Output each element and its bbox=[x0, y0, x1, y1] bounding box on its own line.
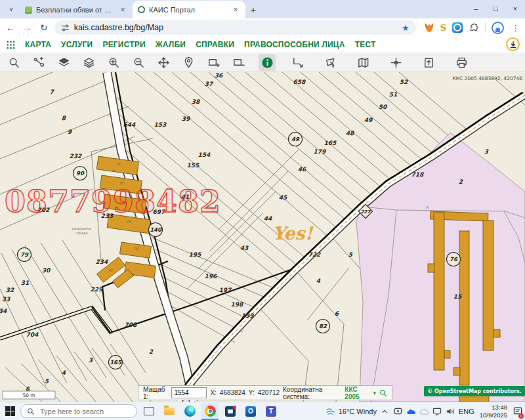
site-settings-icon[interactable] bbox=[61, 24, 70, 32]
menu-item-test[interactable]: ТЕСТ bbox=[355, 40, 376, 49]
parcel-label: 5 bbox=[45, 378, 49, 385]
weather-wind-icon[interactable] bbox=[326, 407, 335, 416]
tool-map-sheets[interactable] bbox=[354, 54, 371, 71]
parcel-label: 644 bbox=[123, 121, 136, 128]
parcel-label: 4 bbox=[62, 369, 66, 376]
parcel-label: 38 bbox=[192, 98, 201, 105]
tool-info[interactable] bbox=[259, 54, 276, 71]
crs-dropdown-icon[interactable]: ▾ bbox=[373, 390, 376, 396]
clock[interactable]: 13:48 10/9/2025 bbox=[480, 404, 507, 419]
menu-item-registri[interactable]: РЕГИСТРИ bbox=[102, 40, 145, 49]
taskbar-search-input[interactable] bbox=[39, 407, 127, 416]
url-text[interactable]: kais.cadastre.bg/bg/Map bbox=[74, 23, 397, 32]
extensions-row: S ⋮ bbox=[424, 22, 521, 34]
back-button[interactable]: ← bbox=[4, 22, 17, 33]
parcel-label: 198 bbox=[231, 301, 245, 308]
profile-avatar[interactable] bbox=[492, 22, 504, 34]
menu-item-zhalbi[interactable]: ЖАЛБИ bbox=[156, 40, 186, 49]
browser-tab-pazarluk[interactable]: Безплатни обяви от Pazarluk.c × bbox=[20, 1, 133, 18]
tool-coordinates[interactable] bbox=[387, 54, 404, 71]
coin-extension-icon[interactable]: S bbox=[440, 23, 446, 33]
ruin-note-line2: сграда bbox=[75, 231, 88, 236]
browser-tab-kais[interactable]: КАИС Портал × bbox=[133, 1, 245, 18]
parcel-label: 234 bbox=[96, 259, 109, 265]
url-omnibox[interactable]: kais.cadastre.bg/bg/Map ★ bbox=[54, 20, 416, 35]
menu-item-spravki[interactable]: СПРАВКИ bbox=[196, 40, 234, 49]
parcel-label: 4 bbox=[316, 278, 321, 284]
browser-menu-icon[interactable]: ⋮ bbox=[511, 23, 520, 33]
forward-button[interactable]: → bbox=[21, 22, 34, 33]
tool-layer-stack[interactable] bbox=[80, 54, 97, 71]
tool-measure-length[interactable] bbox=[289, 54, 306, 71]
parcel-label: 2 bbox=[459, 178, 463, 185]
tool-zoom-window-out[interactable] bbox=[230, 54, 247, 71]
network-icon[interactable] bbox=[432, 404, 442, 419]
menu-item-pravosposobni-litsa[interactable]: ПРАВОСПОСОБНИ ЛИЦА bbox=[244, 40, 345, 49]
tool-pan[interactable] bbox=[155, 54, 172, 71]
tab-close-icon[interactable]: × bbox=[231, 5, 240, 14]
search-icon bbox=[27, 408, 35, 415]
tool-marker[interactable] bbox=[180, 54, 197, 71]
parcel-label: 30 bbox=[42, 267, 51, 274]
tool-zoom-window-in[interactable] bbox=[205, 54, 222, 71]
tool-zoom-in[interactable] bbox=[105, 54, 122, 71]
tool-export[interactable] bbox=[420, 54, 437, 71]
parcel-label: 36 bbox=[215, 72, 223, 79]
apps-grid-icon[interactable] bbox=[7, 41, 15, 49]
language-indicator[interactable]: ENG bbox=[459, 408, 474, 415]
reload-button[interactable]: ↻ bbox=[37, 22, 51, 33]
chrome-icon[interactable] bbox=[201, 403, 219, 420]
file-explorer-icon[interactable] bbox=[161, 403, 178, 420]
metamask-extension-icon[interactable] bbox=[424, 22, 434, 33]
x-value: 4683824 bbox=[220, 389, 245, 396]
extensions-puzzle-icon[interactable] bbox=[469, 22, 479, 33]
road-number-text: 82 bbox=[319, 323, 327, 329]
road-number-text: 227 bbox=[361, 209, 371, 215]
tool-print[interactable] bbox=[453, 54, 470, 71]
onedrive-icon[interactable] bbox=[406, 404, 416, 419]
time-text: 13:48 bbox=[480, 404, 507, 411]
menu-item-uslugi[interactable]: УСЛУГИ bbox=[61, 40, 93, 49]
parcel-label: 50 bbox=[379, 104, 388, 110]
crs-value[interactable]: ККС 2005 bbox=[345, 386, 369, 400]
parcel-label: 718 bbox=[411, 171, 425, 178]
osm-attribution-badge[interactable]: © OpenStreetMap contributors. bbox=[424, 386, 525, 396]
weather-text[interactable]: 16°C Windy bbox=[339, 408, 377, 415]
window-maximize-button[interactable]: □ bbox=[486, 0, 505, 17]
window-close-button[interactable]: × bbox=[505, 0, 525, 17]
menu-item-karta[interactable]: КАРТА bbox=[25, 40, 51, 49]
window-minimize-button[interactable]: – bbox=[466, 0, 486, 17]
road-number-text: 140 bbox=[150, 226, 162, 233]
cloud-icon[interactable] bbox=[419, 404, 429, 419]
tool-zoom-out[interactable] bbox=[130, 54, 147, 71]
hidden-icons-chevron[interactable] bbox=[380, 404, 390, 419]
blue-app-extension-icon[interactable] bbox=[452, 22, 463, 33]
tab-title: Безплатни обяви от Pazarluk.c bbox=[36, 6, 114, 14]
download-indicator[interactable] bbox=[506, 37, 520, 51]
task-view-button[interactable] bbox=[140, 403, 158, 420]
tab-close-icon[interactable]: × bbox=[118, 5, 127, 14]
notification-center-icon[interactable]: 1 bbox=[513, 404, 522, 419]
store-app-icon[interactable] bbox=[222, 403, 239, 420]
tab-search-chevron-icon[interactable]: ∨ bbox=[4, 3, 18, 16]
cadastre-map-canvas[interactable]: 7990140491658276 227 7892323637383915415… bbox=[0, 72, 525, 402]
start-button[interactable] bbox=[3, 403, 17, 420]
road-number-text: 49 bbox=[291, 136, 300, 142]
edge-icon[interactable] bbox=[181, 403, 198, 420]
parcel-label: 195 bbox=[189, 251, 202, 258]
parcel-label: 6 bbox=[335, 310, 339, 317]
divider bbox=[485, 22, 486, 33]
scale-input[interactable] bbox=[171, 387, 207, 398]
volume-icon[interactable] bbox=[446, 404, 455, 419]
tool-select-features[interactable] bbox=[30, 54, 47, 71]
tool-layers[interactable] bbox=[55, 54, 72, 71]
tool-measure-area[interactable] bbox=[322, 54, 339, 71]
bookmark-star-icon[interactable]: ★ bbox=[402, 23, 410, 33]
new-tab-button[interactable]: + bbox=[245, 1, 261, 17]
meet-now-icon[interactable] bbox=[393, 404, 403, 419]
tool-search[interactable] bbox=[5, 54, 22, 71]
teams-icon[interactable]: T bbox=[262, 403, 280, 420]
outlook-icon[interactable]: O bbox=[242, 403, 259, 420]
map-search-icon[interactable] bbox=[379, 388, 387, 398]
taskbar-search[interactable] bbox=[20, 404, 137, 418]
